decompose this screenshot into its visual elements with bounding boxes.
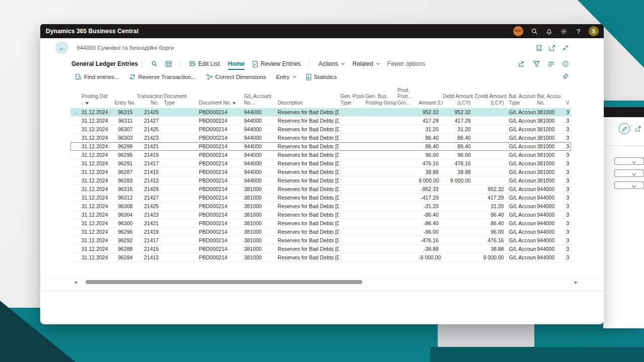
analyze-grid-icon[interactable]	[166, 61, 172, 67]
reverse-transaction-button[interactable]: Reverse Transaction...	[129, 74, 196, 80]
column-header-bal_type[interactable]: Bal. AccountType	[508, 94, 536, 106]
column-header-gen_prod[interactable]: Gen.Prod.Post...Gro...	[396, 85, 419, 106]
scrollbar-track[interactable]	[80, 280, 571, 285]
scroll-left-arrow-icon[interactable]: ◀	[70, 280, 80, 285]
cell-entry_no: 96308	[115, 203, 137, 209]
table-row[interactable]: 31.12.20249628821415PBD000214381000Reser…	[70, 245, 571, 253]
column-header-description[interactable]: Description	[275, 100, 340, 107]
column-header-doc_no[interactable]: Document No.	[191, 100, 235, 107]
column-header-gl_no[interactable]: G/L AccountNo. ↓	[235, 94, 275, 106]
table-row[interactable]: 31.12.20249629121417PBD000214944000Reser…	[70, 159, 571, 168]
list-view-icon[interactable]	[548, 61, 554, 67]
table-row[interactable]: 31.12.20249628721415PBD000214944000Reser…	[70, 168, 571, 176]
table-row[interactable]: 31.12.20249629621419PBD000214381000Reser…	[70, 228, 571, 236]
edit-list-button[interactable]: Edit List	[189, 60, 220, 67]
scrollbar-thumb[interactable]	[86, 280, 362, 284]
table-row[interactable]: 31.12.20249631221427PBD000214381000Reser…	[70, 194, 571, 202]
column-header-amount[interactable]: Amount (LCY)	[419, 100, 443, 107]
scroll-right-arrow-icon[interactable]: ▶	[571, 280, 581, 285]
column-header-credit[interactable]: Credit Amount(LCY)	[475, 94, 508, 106]
back-button[interactable]: ←	[55, 41, 68, 54]
app-window: Dynamics 365 Business Central TEST ? S ←…	[40, 24, 604, 324]
cell-trans_no: 21423	[137, 135, 163, 141]
bookmark-icon[interactable]	[536, 45, 542, 51]
cell-trans_no: 21421	[137, 220, 163, 226]
notifications-bell-icon[interactable]	[542, 24, 556, 38]
menu-actions[interactable]: Actions	[318, 60, 344, 67]
page-header: ← 944000 Сумнівні та безнадійні борги	[40, 38, 604, 57]
tab-home[interactable]: Home	[228, 60, 245, 67]
table-row[interactable]: 31.12.20249631621429PBD000214381000Reser…	[70, 185, 571, 194]
column-header-v[interactable]: V	[561, 100, 571, 107]
table-row[interactable]: 31.12.2024⋮9629921421PBD000214944000Rese…	[70, 142, 571, 151]
table-row[interactable]: 31.12.20249630721425PBD000214944000Reser…	[70, 125, 571, 134]
help-icon[interactable]: ?	[571, 24, 586, 38]
column-header-gen_type[interactable]: Gen. PostingType	[339, 94, 364, 106]
cell-entry_no: 96312	[115, 195, 137, 201]
open-in-new-window-icon[interactable]	[549, 45, 555, 51]
info-icon[interactable]	[562, 61, 569, 67]
edit-pencil-icon[interactable]	[619, 123, 630, 134]
table-row[interactable]: 31.12.20249628421413PBD000214381000Reser…	[70, 253, 571, 262]
statistics-button[interactable]: Statistics	[306, 74, 337, 80]
cell-amount: -9 000.00	[419, 254, 443, 260]
find-entries-button[interactable]: Find entries...	[75, 74, 119, 80]
cell-v: З	[561, 246, 571, 252]
table-row[interactable]: 31.12.20249628321413PBD000214944000Reser…	[70, 176, 571, 185]
search-icon[interactable]	[527, 24, 542, 38]
share-icon[interactable]	[635, 126, 641, 132]
list-caption[interactable]: General Ledger Entries	[71, 60, 138, 67]
pin-icon[interactable]	[562, 73, 569, 79]
cell-bal_type: G/L Account	[508, 135, 536, 141]
table-row[interactable]: 31.12.20249630821425PBD000214381000Reser…	[70, 202, 571, 211]
cell-posting_date: 31.12.2024	[80, 195, 108, 201]
sort-descending-icon: ↓	[82, 101, 84, 106]
column-header-trans_no[interactable]: TransactionNo.	[137, 94, 163, 106]
horizontal-scrollbar[interactable]: ◀ ▶	[40, 277, 604, 288]
column-header-debit[interactable]: Debit Amount(LCY)	[443, 94, 475, 106]
search-list-icon[interactable]	[151, 61, 157, 67]
table-row[interactable]: 31.12.20249629221417PBD000214381000Reser…	[70, 236, 571, 245]
table-row[interactable]: 31.12.20249630321423PBD000214944000Reser…	[70, 134, 571, 142]
avatar[interactable]: S	[589, 26, 599, 36]
menu-entry[interactable]: Entry	[276, 74, 296, 80]
background-window-teal-bar	[603, 101, 644, 107]
cell-v: З	[561, 212, 571, 218]
cell-bal_no[interactable]: 381000	[536, 143, 561, 149]
table-row[interactable]: 31.12.20249631121427PBD000214944000Reser…	[70, 117, 571, 125]
cell-rowmenu: ⋮	[108, 144, 115, 149]
correct-dimensions-button[interactable]: Correct Dimensions	[206, 74, 266, 80]
fewer-options-button[interactable]: Fewer options	[387, 60, 425, 67]
menu-related[interactable]: Related	[352, 60, 379, 67]
dropdown-field[interactable]	[614, 182, 644, 189]
table-row[interactable]: 31.12.20249630021421PBD000214381000Reser…	[70, 219, 571, 228]
cell-entry_no: 96315	[115, 109, 137, 115]
column-header-entry_no[interactable]: Entry No.	[115, 100, 137, 107]
cell-doc_no: PBD000214	[191, 229, 235, 235]
share-icon[interactable]	[519, 61, 525, 67]
settings-gear-icon[interactable]	[556, 24, 571, 38]
cell-posting_date[interactable]: 31.12.2024	[80, 109, 108, 115]
cell-trans_no: 21415	[137, 246, 163, 252]
chevron-down-icon	[341, 61, 345, 65]
chevron-down-icon	[632, 171, 636, 175]
cell-entry_no: 96288	[115, 246, 137, 252]
cell-gl_no[interactable]: 944000	[235, 143, 275, 149]
cell-gl_no[interactable]: 944000	[235, 109, 275, 115]
review-entries-button[interactable]: Review Entries	[253, 60, 301, 67]
app-title[interactable]: Dynamics 365 Business Central	[40, 28, 138, 35]
column-header-bal_no[interactable]: Bal. AccountNo.	[536, 94, 561, 106]
table-row[interactable]: →31.12.2024⋮9631521429PBD000214944000Res…	[70, 108, 571, 117]
table-row[interactable]: 31.12.20249630421423PBD000214381000Reser…	[70, 211, 571, 219]
dropdown-field[interactable]	[614, 157, 644, 165]
cell-bal_no[interactable]: 381000	[536, 109, 561, 115]
column-header-doc_type[interactable]: DocumentType	[163, 94, 191, 106]
filter-funnel-icon[interactable]	[533, 61, 540, 67]
dropdown-field[interactable]	[614, 169, 644, 177]
column-header-gen_bus[interactable]: Gen. Bus.Posting Group	[364, 94, 396, 106]
collapse-icon[interactable]	[562, 45, 569, 51]
cell-v: З	[561, 177, 571, 184]
page-title: 944000 Сумнівні та безнадійні борги	[76, 45, 174, 51]
column-header-posting_date[interactable]: Posting Date↓	[80, 94, 108, 106]
table-row[interactable]: 31.12.20249629521419PBD000214944000Reser…	[70, 151, 571, 159]
